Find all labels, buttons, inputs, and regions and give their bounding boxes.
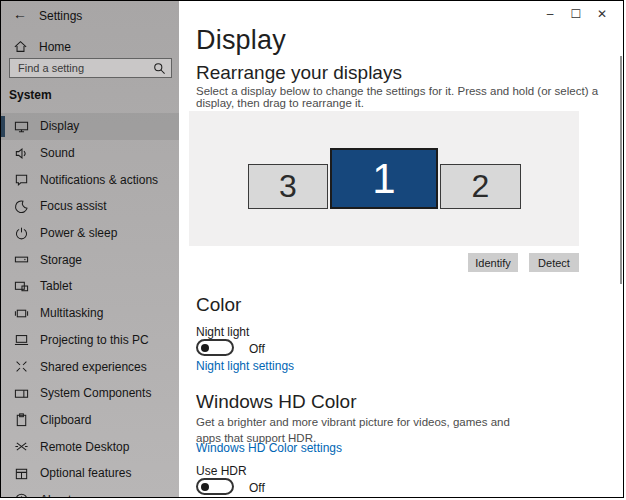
about-icon bbox=[14, 492, 29, 497]
power-icon bbox=[14, 226, 29, 241]
sound-icon bbox=[14, 146, 29, 161]
close-icon[interactable]: ✕ bbox=[589, 5, 615, 23]
monitor-arrangement-panel: 312 bbox=[189, 111, 579, 246]
sidebar-item-remote-desktop[interactable]: Remote Desktop bbox=[1, 433, 179, 460]
sidebar-item-tablet[interactable]: Tablet bbox=[1, 273, 179, 300]
sidebar-item-projecting-to-this-pc[interactable]: Projecting to this PC bbox=[1, 327, 179, 354]
sidebar-item-label: Display bbox=[40, 119, 79, 133]
toggle-knob bbox=[201, 483, 209, 491]
sidebar-item-clipboard[interactable]: Clipboard bbox=[1, 407, 179, 434]
sidebar-item-focus-assist[interactable]: Focus assist bbox=[1, 193, 179, 220]
back-icon[interactable]: ← bbox=[13, 6, 27, 22]
sidebar-item-sound[interactable]: Sound bbox=[1, 140, 179, 167]
sidebar-nav-list: DisplaySoundNotifications & actionsFocus… bbox=[1, 113, 179, 497]
use-hdr-toggle[interactable] bbox=[196, 478, 234, 495]
rearrange-heading: Rearrange your displays bbox=[196, 62, 402, 84]
remote-desktop-icon bbox=[14, 439, 29, 454]
sidebar-item-label: Power & sleep bbox=[40, 226, 117, 240]
minimize-icon[interactable]: – bbox=[537, 5, 563, 23]
sidebar-item-label: Notifications & actions bbox=[40, 173, 158, 187]
sidebar-item-label: Optional features bbox=[40, 466, 131, 480]
night-light-toggle[interactable] bbox=[196, 339, 234, 356]
sidebar-item-label: System Components bbox=[40, 386, 151, 400]
window-controls: – ☐ ✕ bbox=[537, 5, 615, 23]
settings-window: ← Settings Home System DisplaySoundNotif… bbox=[0, 0, 624, 498]
rearrange-description: Select a display below to change the set… bbox=[196, 85, 616, 109]
sidebar-item-shared-experiences[interactable]: Shared experiences bbox=[1, 353, 179, 380]
hd-color-settings-link[interactable]: Windows HD Color settings bbox=[196, 441, 342, 455]
night-light-state: Off bbox=[249, 342, 265, 356]
use-hdr-state: Off bbox=[249, 481, 265, 495]
night-light-settings-link[interactable]: Night light settings bbox=[196, 359, 294, 373]
identify-button[interactable]: Identify bbox=[468, 253, 518, 272]
optional-features-icon bbox=[14, 466, 29, 481]
display-icon bbox=[14, 119, 29, 134]
monitor-1[interactable]: 1 bbox=[330, 148, 438, 209]
sidebar-item-label: Storage bbox=[40, 253, 82, 267]
monitor-number: 3 bbox=[279, 168, 297, 205]
search-input[interactable] bbox=[10, 59, 171, 77]
monitor-number: 2 bbox=[472, 168, 490, 205]
search-box bbox=[9, 58, 172, 78]
components-icon bbox=[14, 386, 29, 401]
monitor-number: 1 bbox=[372, 155, 395, 203]
color-heading: Color bbox=[196, 294, 241, 316]
use-hdr-label: Use HDR bbox=[196, 464, 247, 478]
detect-button[interactable]: Detect bbox=[529, 253, 579, 272]
night-light-label: Night light bbox=[196, 325, 249, 339]
shared-icon bbox=[14, 359, 29, 374]
search-icon[interactable] bbox=[152, 61, 167, 80]
monitor-2[interactable]: 2 bbox=[440, 164, 521, 209]
sidebar-titlebar: ← Settings bbox=[1, 1, 179, 31]
sidebar-item-system-components[interactable]: System Components bbox=[1, 380, 179, 407]
monitor-3[interactable]: 3 bbox=[248, 164, 328, 209]
sidebar-item-label: Multitasking bbox=[40, 306, 103, 320]
sidebar-item-label: Sound bbox=[40, 146, 75, 160]
sidebar-item-label: About bbox=[40, 493, 71, 497]
sidebar-item-power-sleep[interactable]: Power & sleep bbox=[1, 220, 179, 247]
notifications-icon bbox=[14, 172, 29, 187]
vertical-scrollbar[interactable] bbox=[620, 56, 622, 284]
home-icon bbox=[13, 39, 28, 58]
sidebar-item-label: Remote Desktop bbox=[40, 440, 129, 454]
main-content: – ☐ ✕ Display Rearrange your displays Se… bbox=[179, 1, 623, 497]
sidebar-item-optional-features[interactable]: Optional features bbox=[1, 460, 179, 487]
hd-color-heading: Windows HD Color bbox=[196, 391, 356, 413]
page-title: Display bbox=[196, 25, 286, 56]
sidebar-item-about[interactable]: About bbox=[1, 487, 179, 497]
sidebar-item-display[interactable]: Display bbox=[1, 113, 179, 140]
sidebar: ← Settings Home System DisplaySoundNotif… bbox=[1, 1, 179, 497]
app-title: Settings bbox=[39, 9, 82, 23]
focus-assist-icon bbox=[14, 199, 29, 214]
storage-icon bbox=[14, 252, 29, 267]
sidebar-item-home[interactable]: Home bbox=[1, 35, 179, 59]
sidebar-home-label: Home bbox=[39, 40, 71, 54]
sidebar-section-label: System bbox=[9, 88, 52, 102]
maximize-icon[interactable]: ☐ bbox=[563, 5, 589, 23]
tablet-icon bbox=[14, 279, 29, 294]
sidebar-item-label: Clipboard bbox=[40, 413, 91, 427]
multitasking-icon bbox=[14, 306, 29, 321]
sidebar-item-label: Tablet bbox=[40, 279, 72, 293]
sidebar-item-label: Shared experiences bbox=[40, 360, 147, 374]
sidebar-item-storage[interactable]: Storage bbox=[1, 246, 179, 273]
clipboard-icon bbox=[14, 412, 29, 427]
sidebar-item-multitasking[interactable]: Multitasking bbox=[1, 300, 179, 327]
sidebar-item-label: Projecting to this PC bbox=[40, 333, 149, 347]
sidebar-item-label: Focus assist bbox=[40, 199, 107, 213]
sidebar-item-notifications-actions[interactable]: Notifications & actions bbox=[1, 166, 179, 193]
toggle-knob bbox=[201, 344, 209, 352]
projecting-icon bbox=[14, 332, 29, 347]
